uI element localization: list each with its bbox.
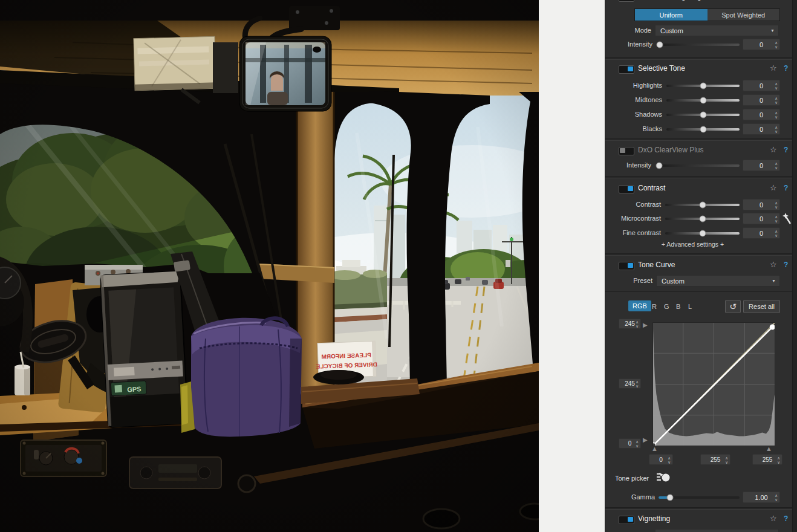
shadows-slider[interactable]: [666, 114, 740, 116]
spinner-icon[interactable]: ∧∨: [636, 320, 639, 328]
midtones-slider[interactable]: [666, 99, 740, 102]
spinner-icon[interactable]: ∧∨: [775, 82, 778, 90]
curve-output-mid-input[interactable]: 245∧∨: [619, 378, 641, 389]
output-max-marker-icon[interactable]: ▶: [643, 322, 648, 328]
channel-l[interactable]: L: [688, 303, 692, 310]
spinner-icon[interactable]: ∧∨: [777, 456, 780, 464]
clearview-intensity-input[interactable]: 0∧∨: [743, 160, 780, 171]
spinner-icon[interactable]: ∧∨: [775, 229, 778, 238]
tone-curve-toggle[interactable]: [619, 262, 634, 270]
tone-picker-label: Tone picker: [615, 475, 649, 482]
channel-b[interactable]: B: [676, 303, 680, 310]
help-icon[interactable]: ?: [784, 146, 788, 154]
spinner-icon[interactable]: ∧∨: [775, 111, 778, 119]
tone-picker-icon[interactable]: [656, 471, 672, 484]
favorite-icon[interactable]: ☆: [770, 63, 777, 73]
input-black-marker-icon[interactable]: ▲: [651, 446, 658, 452]
gamma-input[interactable]: 1.00∧∨: [743, 491, 780, 503]
vignetting-toggle[interactable]: [619, 516, 634, 524]
spinner-icon[interactable]: ∧∨: [668, 456, 671, 464]
channel-rgb[interactable]: RGB: [628, 300, 651, 311]
favorite-icon[interactable]: ☆: [770, 183, 777, 192]
channel-g[interactable]: G: [664, 303, 669, 310]
mode-dropdown[interactable]: Custom ▼: [655, 25, 779, 36]
input-white-marker-icon[interactable]: ▲: [766, 446, 772, 452]
section-title: Selective Tone: [638, 64, 685, 73]
reset-all-button[interactable]: Reset all: [743, 300, 780, 313]
favorite-icon[interactable]: ☆: [770, 0, 777, 1]
spinner-icon[interactable]: ∧∨: [775, 493, 778, 502]
section-tone-curve: Tone Curve ☆ ? Preset Custom ▼ RGB R G B…: [605, 255, 792, 508]
slider-thumb[interactable]: [700, 83, 706, 89]
output-min-marker-icon[interactable]: ▶: [643, 437, 648, 443]
slider-thumb[interactable]: [700, 112, 706, 118]
spinner-icon[interactable]: ∧∨: [725, 456, 728, 464]
contrast-slider[interactable]: [665, 204, 740, 206]
magic-wand-icon[interactable]: [782, 212, 793, 225]
gamma-slider[interactable]: [659, 496, 740, 499]
help-icon[interactable]: ?: [784, 64, 788, 73]
curve-input-black-input[interactable]: 0∧∨: [649, 454, 673, 465]
spinner-icon[interactable]: ∧∨: [775, 125, 778, 134]
shadows-input[interactable]: 0∧∨: [743, 109, 780, 120]
spinner-icon[interactable]: ∧∨: [636, 380, 639, 388]
help-icon[interactable]: ?: [784, 184, 788, 192]
panel-scrollbar[interactable]: [792, 0, 797, 532]
clearview-toggle[interactable]: [619, 147, 634, 155]
tab-uniform[interactable]: Uniform: [635, 9, 708, 21]
advanced-settings-link[interactable]: + Advanced settings +: [605, 241, 780, 248]
help-icon[interactable]: ?: [784, 514, 788, 523]
curve-input-mid-input[interactable]: 255∧∨: [700, 454, 730, 465]
spinner-icon[interactable]: ∧∨: [636, 440, 639, 448]
microcontrast-slider[interactable]: [665, 218, 740, 220]
contrast-toggle[interactable]: [619, 185, 634, 193]
favorite-icon[interactable]: ☆: [770, 514, 777, 523]
slider-thumb[interactable]: [700, 126, 706, 133]
tab-spot-weighted[interactable]: Spot Weighted: [708, 9, 780, 21]
spinner-icon[interactable]: ∧∨: [775, 201, 778, 209]
smart-lighting-toggle[interactable]: [619, 0, 634, 2]
help-icon[interactable]: ?: [784, 261, 788, 269]
slider-thumb[interactable]: [700, 97, 706, 104]
reset-curve-button[interactable]: ↺: [725, 300, 741, 313]
intensity-slider[interactable]: [657, 44, 740, 46]
fine-contrast-input[interactable]: 0∧∨: [743, 227, 780, 239]
spinner-icon[interactable]: ∧∨: [775, 161, 778, 170]
midtones-input[interactable]: 0∧∨: [743, 94, 780, 106]
spinner-icon[interactable]: ∧∨: [775, 96, 778, 105]
fine-contrast-slider[interactable]: [665, 232, 740, 235]
correction-dropdown[interactable]: Manual ▼: [655, 529, 779, 532]
slider-thumb[interactable]: [699, 202, 706, 209]
blacks-slider[interactable]: [666, 128, 740, 131]
section-vignetting: Vignetting ☆ ? Correction Manual ▼: [605, 509, 792, 532]
slider-thumb[interactable]: [699, 230, 706, 237]
favorite-icon[interactable]: ☆: [770, 260, 777, 269]
selective-tone-toggle[interactable]: [619, 65, 634, 74]
highlights-input[interactable]: 0∧∨: [743, 80, 780, 91]
slider-thumb[interactable]: [699, 216, 706, 222]
channel-r[interactable]: R: [652, 303, 657, 310]
blacks-input[interactable]: 0∧∨: [743, 123, 780, 135]
midtones-label: Midtones: [605, 96, 662, 103]
favorite-icon[interactable]: ☆: [770, 145, 777, 154]
help-icon[interactable]: ?: [784, 0, 788, 1]
fine-contrast-label: Fine contrast: [605, 229, 661, 236]
microcontrast-input[interactable]: 0∧∨: [743, 213, 780, 224]
curve-output-min-input[interactable]: 0∧∨: [619, 438, 641, 449]
curve-input-white-input[interactable]: 255∧∨: [752, 454, 782, 465]
slider-thumb[interactable]: [666, 495, 673, 501]
contrast-input[interactable]: 0∧∨: [743, 199, 780, 210]
highlights-slider[interactable]: [666, 85, 740, 87]
preset-label: Preset: [605, 277, 652, 284]
section-title: Contrast: [638, 184, 665, 192]
slider-thumb[interactable]: [656, 163, 663, 169]
spinner-icon[interactable]: ∧∨: [775, 41, 778, 49]
curve-output-max-input[interactable]: 245∧∨: [619, 319, 641, 329]
spinner-icon[interactable]: ∧∨: [775, 215, 778, 223]
clearview-intensity-slider[interactable]: [655, 164, 740, 167]
slider-thumb[interactable]: [657, 42, 663, 48]
section-title: Tone Curve: [638, 261, 675, 269]
intensity-input[interactable]: 0 ∧∨: [743, 39, 780, 50]
preset-dropdown[interactable]: Custom ▼: [656, 275, 780, 287]
tone-curve-histogram[interactable]: [652, 322, 775, 446]
